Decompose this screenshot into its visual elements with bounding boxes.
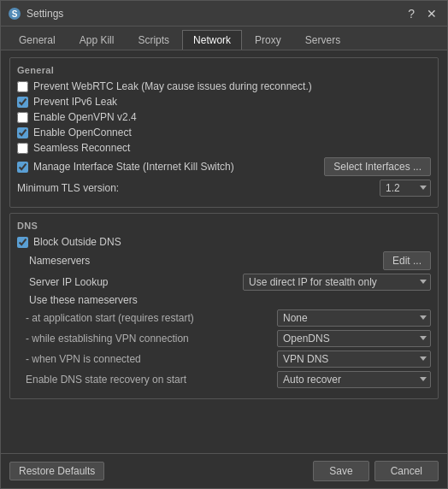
use-nameservers-row: Use these nameservers bbox=[17, 294, 431, 306]
settings-window: S Settings ? ✕ General App Kill Scripts … bbox=[0, 0, 448, 489]
vpn-connected-row: - when VPN is connected None OpenDNS VPN… bbox=[17, 351, 431, 368]
app-start-label: - at application start (requires restart… bbox=[26, 312, 277, 324]
block-dns-checkbox[interactable] bbox=[17, 237, 28, 248]
close-button[interactable]: ✕ bbox=[423, 7, 440, 21]
min-tls-label: Minimum TLS version: bbox=[17, 182, 380, 194]
vpn-establishing-row: - while establishing VPN connection None… bbox=[17, 330, 431, 347]
webrtc-checkbox[interactable] bbox=[17, 81, 28, 92]
tab-general[interactable]: General bbox=[8, 30, 67, 50]
ipv6-checkbox[interactable] bbox=[17, 97, 28, 108]
tab-servers[interactable]: Servers bbox=[294, 30, 351, 50]
footer: Restore Defaults Save Cancel bbox=[1, 453, 447, 488]
general-section: General Prevent WebRTC Leak (May cause i… bbox=[9, 57, 439, 208]
general-section-title: General bbox=[17, 65, 431, 75]
vpn-establishing-label: - while establishing VPN connection bbox=[26, 333, 277, 345]
tab-network[interactable]: Network bbox=[182, 30, 242, 50]
server-ip-label: Server IP Lookup bbox=[17, 276, 243, 288]
dns-section: DNS Block Outside DNS Nameservers Edit .… bbox=[9, 213, 439, 399]
dns-recovery-label: Enable DNS state recovery on start bbox=[26, 374, 277, 386]
block-dns-row: Block Outside DNS bbox=[17, 236, 431, 248]
vpn-connected-select[interactable]: None OpenDNS VPN DNS Custom bbox=[277, 351, 431, 368]
ipv6-row: Prevent IPv6 Leak bbox=[17, 96, 431, 108]
min-tls-select[interactable]: 1.0 1.1 1.2 1.3 bbox=[380, 180, 431, 197]
nameservers-row: Nameservers Edit ... bbox=[17, 251, 431, 270]
use-nameservers-label: Use these nameservers bbox=[17, 294, 431, 306]
openvpn-checkbox[interactable] bbox=[17, 112, 28, 123]
title-bar-controls: ? ✕ bbox=[404, 7, 440, 21]
seamless-checkbox[interactable] bbox=[17, 143, 28, 154]
main-content: General Prevent WebRTC Leak (May cause i… bbox=[1, 50, 447, 453]
nameservers-label: Nameservers bbox=[17, 255, 383, 267]
tab-appkill[interactable]: App Kill bbox=[68, 30, 126, 50]
manage-iface-label: Manage Interface State (Internet Kill Sw… bbox=[33, 161, 234, 173]
ipv6-label: Prevent IPv6 Leak bbox=[33, 96, 117, 108]
tab-scripts[interactable]: Scripts bbox=[127, 30, 180, 50]
app-start-row: - at application start (requires restart… bbox=[17, 309, 431, 327]
openconnect-checkbox[interactable] bbox=[17, 127, 28, 138]
manage-iface-row: Manage Interface State (Internet Kill Sw… bbox=[17, 157, 431, 176]
openconnect-row: Enable OpenConnect bbox=[17, 127, 431, 138]
seamless-label: Seamless Reconnect bbox=[33, 142, 130, 154]
svg-text:S: S bbox=[12, 9, 18, 19]
manage-iface-checkbox[interactable] bbox=[17, 162, 28, 173]
openvpn-label: Enable OpenVPN v2.4 bbox=[33, 111, 137, 123]
cancel-button[interactable]: Cancel bbox=[374, 461, 439, 481]
window-icon: S bbox=[8, 7, 21, 21]
vpn-establishing-select[interactable]: None OpenDNS Google DNS Custom bbox=[277, 330, 431, 347]
tab-bar: General App Kill Scripts Network Proxy S… bbox=[1, 27, 447, 50]
openconnect-label: Enable OpenConnect bbox=[33, 127, 132, 138]
select-interfaces-button[interactable]: Select Interfaces ... bbox=[324, 157, 431, 176]
server-ip-row: Server IP Lookup Use direct IP for steal… bbox=[17, 274, 431, 291]
webrtc-row: Prevent WebRTC Leak (May cause issues du… bbox=[17, 80, 431, 92]
edit-button[interactable]: Edit ... bbox=[383, 251, 431, 270]
server-ip-select[interactable]: Use direct IP for stealth only Always us… bbox=[243, 274, 431, 291]
help-button[interactable]: ? bbox=[404, 7, 418, 21]
tab-proxy[interactable]: Proxy bbox=[244, 30, 292, 50]
vpn-connected-label: - when VPN is connected bbox=[26, 353, 277, 365]
dns-recovery-select[interactable]: Auto recover Always recover Never recove… bbox=[277, 371, 431, 388]
restore-defaults-button[interactable]: Restore Defaults bbox=[9, 462, 104, 480]
webrtc-label: Prevent WebRTC Leak (May cause issues du… bbox=[33, 80, 312, 92]
dns-recovery-row: Enable DNS state recovery on start Auto … bbox=[17, 371, 431, 388]
footer-actions: Save Cancel bbox=[313, 461, 439, 481]
dns-section-title: DNS bbox=[17, 221, 431, 231]
app-start-select[interactable]: None OpenDNS Google DNS Custom bbox=[277, 309, 431, 327]
seamless-row: Seamless Reconnect bbox=[17, 142, 431, 154]
save-button[interactable]: Save bbox=[313, 461, 368, 481]
window-title: Settings bbox=[27, 8, 404, 20]
title-bar: S Settings ? ✕ bbox=[1, 1, 447, 27]
block-dns-label: Block Outside DNS bbox=[33, 236, 121, 248]
min-tls-row: Minimum TLS version: 1.0 1.1 1.2 1.3 bbox=[17, 180, 431, 197]
openvpn-row: Enable OpenVPN v2.4 bbox=[17, 111, 431, 123]
